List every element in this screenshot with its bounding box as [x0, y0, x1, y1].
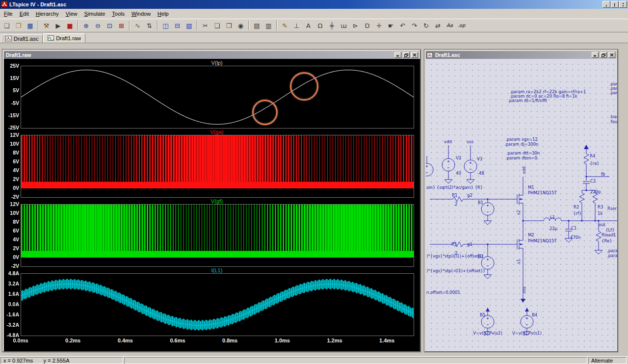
- toolbar-mirror-icon[interactable]: ⇄: [432, 20, 444, 31]
- toolbar-text-icon[interactable]: Aa: [444, 20, 455, 31]
- schematic-text[interactable]: {rf}: [573, 211, 581, 216]
- schematic-canvas[interactable]: .param ra=2k2 rf=22k gain=rf/ra+1.param …: [426, 59, 617, 351]
- schematic-text[interactable]: R1: [452, 193, 457, 198]
- waveform-plot-pane-1[interactable]: [21, 135, 414, 198]
- waveform-restore-button[interactable]: [403, 52, 410, 58]
- menu-item-help[interactable]: Help: [154, 9, 172, 18]
- menu-item-view[interactable]: View: [62, 9, 81, 18]
- voltage-source-clipped[interactable]: [426, 163, 433, 176]
- toolbar-copy-icon[interactable]: ❑: [211, 20, 223, 31]
- schematic-text[interactable]: .param L: [607, 253, 617, 258]
- schematic-text[interactable]: .param dton=0.: [505, 156, 539, 160]
- menu-item-tools[interactable]: Tools: [108, 9, 128, 18]
- toolbar-place-component-icon[interactable]: D: [362, 20, 373, 31]
- toolbar-place-capacitor-icon[interactable]: ╪: [326, 20, 338, 31]
- toolbar-plot-settings-icon[interactable]: ∿: [132, 20, 143, 31]
- schematic-text[interactable]: g2: [467, 193, 472, 198]
- resistor-Rload[interactable]: [596, 230, 601, 243]
- toolbar-place-ground-icon[interactable]: ⊥: [291, 20, 302, 31]
- schematic-text[interactable]: vss: [467, 139, 473, 144]
- restore-button[interactable]: [611, 1, 619, 8]
- tab-draft1.raw[interactable]: Draft1.raw: [43, 33, 85, 43]
- schematic-text[interactable]: M1: [528, 185, 534, 190]
- waveform-minimize-button[interactable]: [394, 52, 401, 58]
- toolbar-tile-vertical-icon[interactable]: ◫: [160, 20, 171, 31]
- schematic-text[interactable]: B5: [480, 312, 485, 317]
- schematic-text[interactable]: .param R: [607, 248, 617, 253]
- voltage-source-V3[interactable]: [464, 160, 477, 173]
- schematic-client[interactable]: .param ra=2k2 rf=22k gain=rf/ra+1.param …: [426, 59, 617, 351]
- toolbar-run-simulation-icon[interactable]: ▶: [52, 20, 64, 31]
- schematic-text[interactable]: V=v(g1)-v(s1): [512, 331, 542, 336]
- toolbar-zoom-in-icon[interactable]: ⊕: [80, 20, 92, 31]
- schematic-text[interactable]: C1: [571, 226, 576, 231]
- schematic-text[interactable]: n.offset=0.0001: [426, 290, 460, 295]
- schematic-text[interactable]: PHM21NQ15T: [528, 190, 557, 195]
- schematic-text[interactable]: V=v(g2)-v(s2): [473, 331, 502, 336]
- toolbar-draw-wire-icon[interactable]: ✎: [279, 20, 290, 31]
- mosfet-M1[interactable]: [517, 193, 523, 205]
- waveform-close-button[interactable]: [411, 52, 418, 58]
- schematic-text[interactable]: M2: [528, 233, 534, 237]
- menu-item-simulate[interactable]: Simulate: [80, 9, 108, 18]
- schematic-text[interactable]: 220p: [590, 189, 601, 194]
- schematic-window-titlebar[interactable]: Draft1.asc: [426, 51, 616, 59]
- schematic-text[interactable]: 2: [455, 202, 457, 207]
- schematic-text[interactable]: R5: [451, 242, 457, 247]
- toolbar-clear-zoom-icon[interactable]: ⊠: [116, 20, 127, 31]
- resistor-R2[interactable]: [579, 191, 584, 205]
- waveform-window-titlebar[interactable]: Draft1.raw: [4, 51, 419, 59]
- schematic-text[interactable]: .param dtt=30n: [506, 151, 540, 156]
- tab-draft1.asc[interactable]: Draft1.asc: [1, 34, 43, 43]
- menu-item-hierarchy[interactable]: Hierarchy: [32, 9, 62, 18]
- toolbar-undo-icon[interactable]: ↶: [397, 20, 408, 31]
- toolbar-control-panel-icon[interactable]: ⚒: [41, 20, 52, 31]
- toolbar-save-icon[interactable]: ▦: [25, 20, 36, 31]
- resistor-R4[interactable]: [584, 152, 589, 166]
- toolbar-rotate-icon[interactable]: ↻: [420, 20, 432, 31]
- schematic-text[interactable]: .param dj=300n: [504, 142, 538, 147]
- schematic-text[interactable]: s2: [516, 210, 521, 215]
- toolbar-new-schematic-icon[interactable]: ❏: [1, 20, 12, 31]
- voltage-source-V2[interactable]: [442, 158, 455, 171]
- close-button[interactable]: [619, 1, 627, 8]
- toolbar-spice-directive-icon[interactable]: .op: [456, 20, 467, 31]
- schematic-text[interactable]: .param dt=1/fi/nfft: [508, 98, 548, 103]
- schematic-text[interactable]: ain} {sqrt(2)*ac/gain} {fi}: [426, 185, 483, 190]
- capacitor-C2[interactable]: [583, 182, 590, 183]
- schematic-text[interactable]: s1: [516, 259, 521, 264]
- toolbar-open-file-icon[interactable]: ❐: [13, 20, 24, 31]
- schematic-text[interactable]: {Ro}: [602, 238, 612, 243]
- mosfet-M2[interactable]: [517, 238, 523, 250]
- schematic-text[interactable]: .para: [609, 90, 617, 95]
- toolbar-halt-simulation-icon[interactable]: ■: [64, 20, 76, 31]
- trace-label-V(ga)[interactable]: V(ga): [21, 129, 413, 135]
- menu-item-edit[interactable]: Edit: [16, 9, 32, 18]
- toolbar-zoom-out-icon[interactable]: ⊖: [92, 20, 104, 31]
- schematic-text[interactable]: .param vgs=12: [505, 137, 538, 142]
- toolbar-move-icon[interactable]: ✛: [373, 20, 385, 31]
- schematic-text[interactable]: 40: [456, 171, 461, 176]
- trace-label-V(lp)[interactable]: V(lp): [21, 60, 413, 66]
- schematic-text[interactable]: fb: [601, 172, 605, 177]
- schematic-text[interactable]: B4: [532, 312, 537, 317]
- schematic-text[interactable]: vdd: [444, 139, 452, 144]
- schematic-text[interactable]: .tran: [609, 114, 617, 119]
- toolbar-cut-icon[interactable]: ✂: [200, 20, 211, 31]
- waveform-plot-pane-2[interactable]: [21, 204, 414, 267]
- toolbar-tile-horizontal-icon[interactable]: ⊟: [172, 20, 183, 31]
- schematic-text[interactable]: PHM21NQ15T: [528, 238, 557, 243]
- trace-label-I(L1)[interactable]: I(L1): [21, 267, 413, 273]
- toolbar-place-resistor-icon[interactable]: Ω: [314, 20, 326, 31]
- waveform-plot-pane-0[interactable]: [21, 66, 414, 129]
- schematic-text[interactable]: 1k: [598, 211, 602, 216]
- schematic-text[interactable]: V3: [477, 156, 482, 161]
- toolbar-print-preview-icon[interactable]: ▤: [251, 20, 262, 31]
- waveform-plot-pane-3[interactable]: [21, 273, 414, 336]
- schematic-text[interactable]: -48: [477, 171, 484, 176]
- schematic-close-button[interactable]: [608, 52, 615, 58]
- schematic-text[interactable]: g1: [467, 242, 472, 247]
- schematic-text[interactable]: B1: [478, 200, 483, 205]
- waveform-client[interactable]: V(lp)25V15V5V-5V-15V-25VV(ga)12V10V8V6V4…: [4, 59, 420, 351]
- schematic-text[interactable]: .four: [609, 119, 617, 124]
